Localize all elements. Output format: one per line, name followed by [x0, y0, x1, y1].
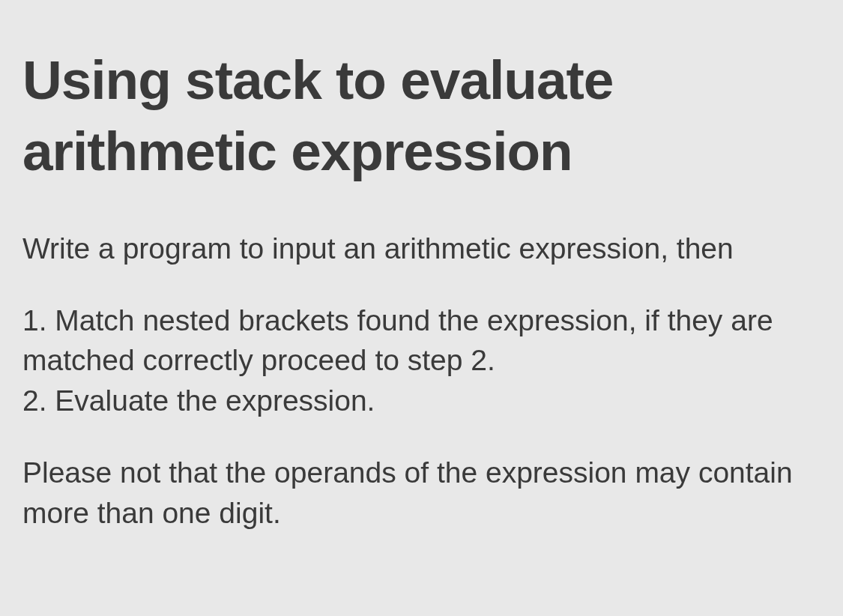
- steps-paragraph: 1. Match nested brackets found the expre…: [22, 301, 821, 421]
- page-title: Using stack to evaluate arithmetic expre…: [22, 45, 821, 187]
- note-paragraph: Please not that the operands of the expr…: [22, 453, 821, 534]
- intro-paragraph: Write a program to input an arithmetic e…: [22, 229, 821, 269]
